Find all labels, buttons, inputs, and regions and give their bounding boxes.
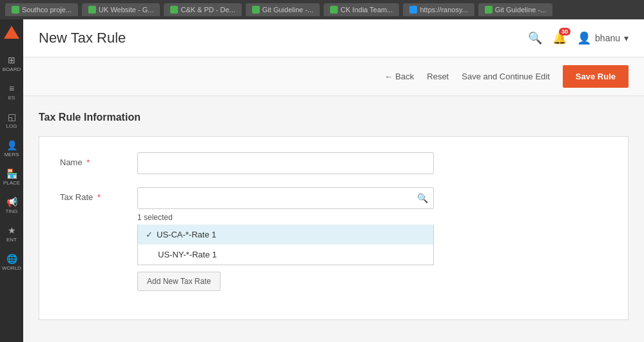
sidebar-item-es[interactable]: ≡ ES [0,77,23,106]
browser-tab-5[interactable]: CK India Team... [324,3,399,16]
tax-rate-search-input[interactable] [138,190,412,207]
page-title: New Tax Rule [39,30,126,46]
marketplace-icon: 🏪 [6,168,17,179]
tax-rate-item-1-label: US-CA-*-Rate 1 [157,230,216,239]
chevron-down-icon: ▾ [624,33,629,43]
sidebar-item-log[interactable]: ◱ LOG [0,106,23,134]
log-icon: ◱ [8,112,16,122]
content-icon: ★ [8,225,16,236]
sidebar-item-es-label: ES [8,95,15,101]
save-rule-label: Save Rule [576,72,616,81]
tab-favicon-4 [252,6,260,14]
name-label: Name * [60,152,137,167]
tax-search-icon: 🔍 [412,189,433,207]
save-continue-label: Save and Continue Edit [462,72,550,81]
search-button[interactable]: 🔍 [528,31,542,45]
browser-tab-2[interactable]: UK Website - G... [82,3,160,16]
sidebar-item-content[interactable]: ★ ENT [0,219,23,248]
browser-tab-1[interactable]: Southco proje... [5,3,78,16]
add-new-tax-rate-label: Add New Tax Rate [147,277,211,286]
save-rule-button[interactable]: Save Rule [563,65,629,88]
reset-label: Reset [427,72,449,81]
tab-label-2: UK Website - G... [99,6,153,14]
content-area: Tax Rule Information Name * Tax Rate * [23,96,644,342]
tax-rate-item-1[interactable]: ✓ US-CA-*-Rate 1 [138,225,433,245]
tab-label-1: Southco proje... [22,6,72,14]
tax-rate-item-2-label: US-NY-*-Rate 1 [158,250,217,259]
browser-bar: Southco proje... UK Website - G... C&K &… [0,0,644,19]
tab-favicon-1 [12,6,19,14]
main-content: New Tax Rule 🔍 🔔 30 👤 bhanu ▾ ← Back [23,19,644,342]
sidebar-item-log-label: LOG [6,123,17,129]
customers-icon: 👤 [6,140,17,150]
notification-button[interactable]: 🔔 30 [552,31,567,45]
browser-tab-3[interactable]: C&K & PD - De... [164,3,241,16]
browser-tab-7[interactable]: Git Guideline -... [478,3,552,16]
user-menu-button[interactable]: 👤 bhanu ▾ [577,31,629,45]
sidebar-item-content-label: ENT [6,237,17,243]
header-actions: 🔍 🔔 30 👤 bhanu ▾ [528,31,629,45]
sidebar-item-marketplace[interactable]: 🏪 PLACE [0,163,23,191]
tax-rate-required-star: * [97,192,101,202]
tab-label-3: C&K & PD - De... [181,6,235,14]
sidebar-item-world[interactable]: 🌐 WORLD [0,248,23,276]
checkmark-icon: ✓ [146,230,153,239]
sidebar-item-customers[interactable]: 👤 MERS [0,134,23,163]
browser-tab-6[interactable]: https://ranosy... [403,3,474,16]
tab-label-7: Git Guideline -... [495,6,546,14]
action-bar: ← Back Reset Save and Continue Edit Save… [23,57,644,96]
name-form-row: Name * [60,152,607,174]
tax-rate-label: Tax Rate * [60,187,137,202]
tab-favicon-5 [330,6,338,14]
tax-rate-item-2[interactable]: US-NY-*-Rate 1 [138,245,433,265]
tab-favicon-2 [88,6,96,14]
sidebar-item-marketing[interactable]: 📢 TING [0,191,23,219]
tax-rate-search-box[interactable]: 🔍 [137,187,434,209]
svg-marker-0 [4,26,19,39]
sidebar: ⊞ BOARD ≡ ES ◱ LOG 👤 MERS 🏪 PLACE 📢 TING… [0,19,23,342]
back-button[interactable]: ← Back [384,72,414,81]
sidebar-item-marketing-label: TING [5,208,17,214]
add-new-tax-rate-button[interactable]: Add New Tax Rate [137,272,220,291]
tax-rate-container: 🔍 1 selected ✓ US-CA-*-Rate 1 US-NY-*-Ra… [137,187,434,291]
back-arrow-icon: ← [384,72,393,81]
sidebar-item-board-label: BOARD [3,66,21,72]
tab-favicon-3 [170,6,178,14]
tab-label-6: https://ranosy... [420,6,467,14]
tab-label-5: CK India Team... [340,6,393,14]
reset-button[interactable]: Reset [427,72,449,81]
user-name: bhanu [595,33,620,43]
marketing-icon: 📢 [6,197,17,207]
sidebar-item-board[interactable]: ⊞ BOARD [0,49,23,77]
sidebar-logo [3,25,21,43]
name-required-star: * [86,157,90,167]
back-label: Back [395,72,414,81]
user-avatar-icon: 👤 [577,31,591,45]
tab-label-4: Git Guideline -... [262,6,313,14]
browser-tab-4[interactable]: Git Guideline -... [246,3,320,16]
world-icon: 🌐 [6,254,17,264]
save-continue-button[interactable]: Save and Continue Edit [462,72,550,81]
notification-badge: 30 [559,28,571,35]
tax-rate-form-row: Tax Rate * 🔍 1 selected ✓ US-CA-*-Rate [60,187,607,291]
es-icon: ≡ [9,83,14,94]
tax-rate-dropdown-list: ✓ US-CA-*-Rate 1 US-NY-*-Rate 1 [137,225,434,265]
name-input[interactable] [137,152,434,174]
tab-favicon-7 [485,6,493,14]
page-header: New Tax Rule 🔍 🔔 30 👤 bhanu ▾ [23,19,644,57]
selected-count: 1 selected [137,209,434,225]
sidebar-item-marketplace-label: PLACE [3,180,20,186]
section-title: Tax Rule Information [39,112,629,123]
tab-favicon-6 [409,6,417,14]
sidebar-item-world-label: WORLD [2,265,21,271]
form-card: Name * Tax Rate * 🔍 [39,136,629,320]
sidebar-item-customers-label: MERS [4,152,19,157]
board-icon: ⊞ [8,55,15,65]
